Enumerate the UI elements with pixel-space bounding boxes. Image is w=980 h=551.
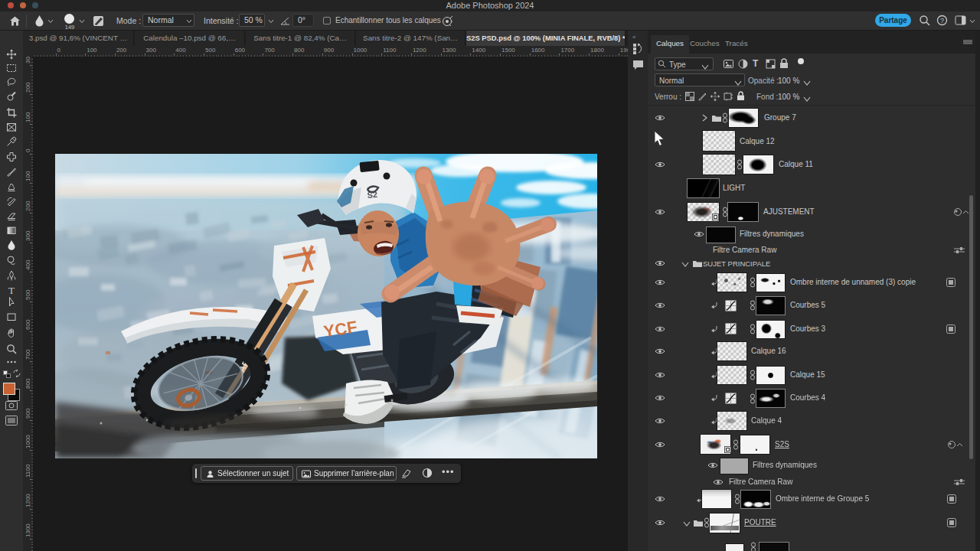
svg-text:?: ?	[940, 17, 944, 24]
svg-text:T: T	[8, 285, 15, 295]
svg-text:S2: S2	[367, 190, 378, 200]
